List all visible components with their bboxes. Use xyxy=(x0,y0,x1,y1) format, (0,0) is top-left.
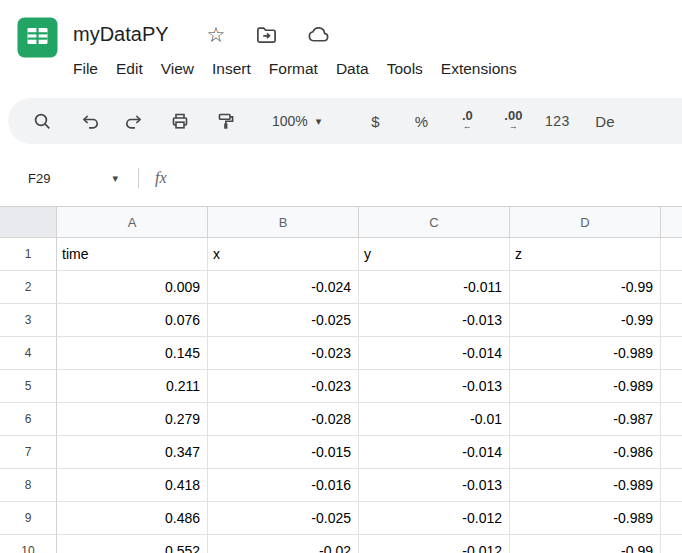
row-header-10[interactable]: 10 xyxy=(0,535,57,553)
cloud-status-icon[interactable] xyxy=(306,22,331,47)
divider xyxy=(138,168,139,188)
cell-C9[interactable]: -0.012 xyxy=(359,502,510,535)
formula-bar: F29 ▾ fx xyxy=(0,150,682,206)
cell-C2[interactable]: -0.011 xyxy=(359,271,510,304)
menu-item-format[interactable]: Format xyxy=(260,56,327,82)
search-menus-icon[interactable] xyxy=(22,101,62,141)
cell-A6[interactable]: 0.279 xyxy=(57,403,208,436)
cell-D9[interactable]: -0.989 xyxy=(510,502,661,535)
cell-A1[interactable]: time xyxy=(57,238,208,271)
sheets-logo-icon[interactable] xyxy=(17,17,58,58)
row-header-2[interactable]: 2 xyxy=(0,271,57,304)
cell-A5[interactable]: 0.211 xyxy=(57,370,208,403)
undo-icon[interactable] xyxy=(70,101,110,141)
row-header-7[interactable]: 7 xyxy=(0,436,57,469)
col-header-A[interactable]: A xyxy=(57,207,208,237)
row-header-8[interactable]: 8 xyxy=(0,469,57,502)
cell-C10[interactable]: -0.012 xyxy=(359,535,510,553)
fx-icon[interactable]: fx xyxy=(155,169,167,187)
cell-B5[interactable]: -0.023 xyxy=(208,370,359,403)
cell-A7[interactable]: 0.347 xyxy=(57,436,208,469)
paint-format-icon[interactable] xyxy=(206,101,246,141)
menu-item-tools[interactable]: Tools xyxy=(378,56,432,82)
sheet-row-4: 40.145-0.023-0.014-0.989 xyxy=(0,337,682,370)
cell-D5[interactable]: -0.989 xyxy=(510,370,661,403)
cell-A2[interactable]: 0.009 xyxy=(57,271,208,304)
cell-D7[interactable]: -0.986 xyxy=(510,436,661,469)
col-header-C[interactable]: C xyxy=(359,207,510,237)
cell-D1[interactable]: z xyxy=(510,238,661,271)
cell-E7[interactable] xyxy=(661,436,682,469)
chevron-down-icon: ▾ xyxy=(316,116,322,127)
select-all-corner[interactable] xyxy=(0,207,57,237)
cell-E1[interactable] xyxy=(661,238,682,271)
cell-A8[interactable]: 0.418 xyxy=(57,469,208,502)
row-header-3[interactable]: 3 xyxy=(0,304,57,337)
cell-D2[interactable]: -0.99 xyxy=(510,271,661,304)
cell-D3[interactable]: -0.99 xyxy=(510,304,661,337)
chevron-down-icon: ▾ xyxy=(112,173,118,184)
name-box[interactable]: F29 ▾ xyxy=(16,167,128,190)
redo-icon[interactable] xyxy=(114,101,154,141)
menu-item-insert[interactable]: Insert xyxy=(203,56,260,82)
cell-D4[interactable]: -0.989 xyxy=(510,337,661,370)
document-title[interactable]: myDataPY xyxy=(73,23,169,46)
cell-B9[interactable]: -0.025 xyxy=(208,502,359,535)
cell-B7[interactable]: -0.015 xyxy=(208,436,359,469)
menu-item-extensions[interactable]: Extensions xyxy=(432,56,526,82)
cell-C1[interactable]: y xyxy=(359,238,510,271)
cell-E9[interactable] xyxy=(661,502,682,535)
cell-B2[interactable]: -0.024 xyxy=(208,271,359,304)
row-header-9[interactable]: 9 xyxy=(0,502,57,535)
cell-E8[interactable] xyxy=(661,469,682,502)
cell-A4[interactable]: 0.145 xyxy=(57,337,208,370)
menu-item-edit[interactable]: Edit xyxy=(107,56,152,82)
cell-D10[interactable]: -0.99 xyxy=(510,535,661,553)
row-header-5[interactable]: 5 xyxy=(0,370,57,403)
number-format-button[interactable]: 123 xyxy=(537,101,577,141)
col-header-E[interactable]: E xyxy=(661,207,682,237)
cell-C4[interactable]: -0.014 xyxy=(359,337,510,370)
cell-D6[interactable]: -0.987 xyxy=(510,403,661,436)
cell-B3[interactable]: -0.025 xyxy=(208,304,359,337)
cell-E10[interactable] xyxy=(661,535,682,553)
cell-B6[interactable]: -0.028 xyxy=(208,403,359,436)
row-header-6[interactable]: 6 xyxy=(0,403,57,436)
row-header-1[interactable]: 1 xyxy=(0,238,57,271)
cell-B1[interactable]: x xyxy=(208,238,359,271)
cell-A10[interactable]: 0.552 xyxy=(57,535,208,553)
cell-B10[interactable]: -0.02 xyxy=(208,535,359,553)
cell-B4[interactable]: -0.023 xyxy=(208,337,359,370)
cell-A9[interactable]: 0.486 xyxy=(57,502,208,535)
cell-E2[interactable] xyxy=(661,271,682,304)
print-icon[interactable] xyxy=(160,101,200,141)
cell-E5[interactable] xyxy=(661,370,682,403)
cell-E6[interactable] xyxy=(661,403,682,436)
move-to-folder-icon[interactable] xyxy=(255,23,278,46)
cell-C3[interactable]: -0.013 xyxy=(359,304,510,337)
cell-C6[interactable]: -0.01 xyxy=(359,403,510,436)
col-header-D[interactable]: D xyxy=(510,207,661,237)
row-header-4[interactable]: 4 xyxy=(0,337,57,370)
cell-C5[interactable]: -0.013 xyxy=(359,370,510,403)
format-percent-button[interactable]: % xyxy=(401,101,441,141)
cell-C8[interactable]: -0.013 xyxy=(359,469,510,502)
cell-A3[interactable]: 0.076 xyxy=(57,304,208,337)
cell-B8[interactable]: -0.016 xyxy=(208,469,359,502)
menu-item-data[interactable]: Data xyxy=(327,56,378,82)
cell-E4[interactable] xyxy=(661,337,682,370)
menu-item-file[interactable]: File xyxy=(64,56,107,82)
toolbar: 100% ▾ $ % .0 ← .00 → 123 De xyxy=(8,98,682,144)
col-header-B[interactable]: B xyxy=(208,207,359,237)
format-currency-button[interactable]: $ xyxy=(355,101,395,141)
sheet-row-6: 60.279-0.028-0.01-0.987 xyxy=(0,403,682,436)
decrease-decimal-button[interactable]: .0 ← xyxy=(447,101,487,141)
zoom-selector[interactable]: 100% ▾ xyxy=(262,101,331,141)
font-family-selector[interactable]: De xyxy=(595,113,614,130)
increase-decimal-button[interactable]: .00 → xyxy=(493,101,533,141)
star-icon[interactable]: ☆ xyxy=(207,24,226,45)
menu-item-view[interactable]: View xyxy=(152,56,203,82)
cell-D8[interactable]: -0.989 xyxy=(510,469,661,502)
cell-C7[interactable]: -0.014 xyxy=(359,436,510,469)
cell-E3[interactable] xyxy=(661,304,682,337)
